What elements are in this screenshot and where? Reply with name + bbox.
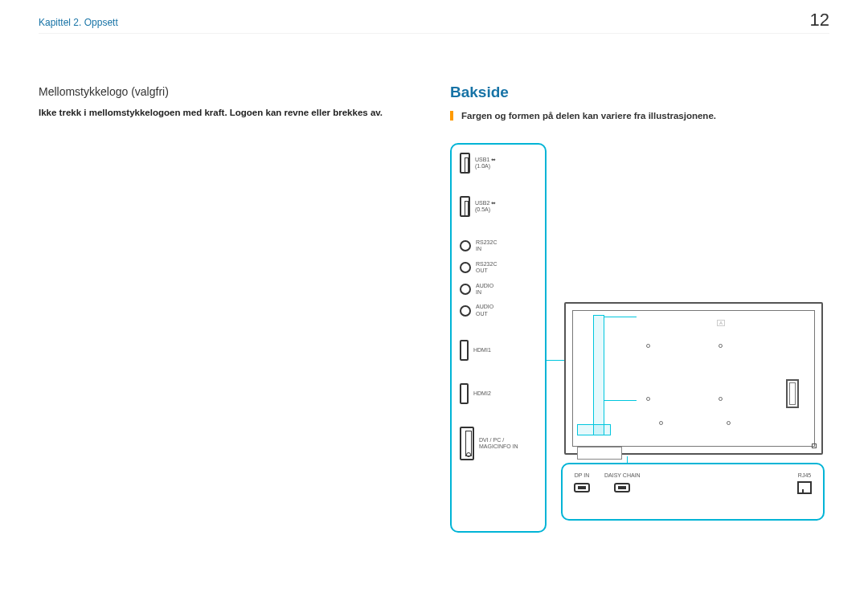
port-label: DP IN	[575, 472, 590, 478]
port-label: AUDIO	[476, 283, 493, 289]
highlight-vertical-ports	[593, 315, 604, 435]
device-label: A	[717, 320, 725, 326]
usb-port-icon	[460, 153, 470, 174]
port-panel-vertical: USB1 ⬌ (1.0A) USB2 ⬌ (0.5A) RS232C IN RS…	[450, 143, 547, 533]
port-sublabel: MAGICINFO IN	[479, 443, 518, 450]
callout-line	[547, 360, 564, 361]
port-audio-out: AUDIO OUT	[460, 304, 540, 317]
screw-icon	[719, 344, 723, 348]
displayport-icon	[614, 483, 630, 492]
port-label: RS232C	[476, 261, 497, 268]
left-column: Mellomstykkelogo (valgfri) Ikke trekk i …	[39, 85, 400, 117]
port-label: HDMI1	[473, 347, 491, 353]
spacer-logo-subtitle: Mellomstykkelogo (valgfri)	[39, 85, 400, 98]
hdmi-icon	[460, 383, 469, 404]
device-rear-illustration: A	[564, 302, 823, 455]
port-label: DVI / PC /	[479, 437, 518, 443]
port-sublabel: (1.0A)	[475, 163, 496, 170]
port-dvi: DVI / PC / MAGICINFO IN	[460, 427, 540, 460]
screw-icon	[719, 397, 723, 401]
port-usb2: USB2 ⬌ (0.5A)	[460, 196, 540, 217]
bottom-port-group-left: DP IN DAISY CHAIN	[574, 472, 641, 492]
rear-diagram: USB1 ⬌ (1.0A) USB2 ⬌ (0.5A) RS232C IN RS…	[450, 143, 836, 537]
spacer-logo-illustration	[577, 447, 622, 460]
port-daisy-chain: DAISY CHAIN	[604, 472, 641, 492]
port-hdmi1: HDMI1	[460, 340, 540, 361]
jack-icon	[460, 240, 471, 251]
displayport-icon	[574, 483, 590, 492]
port-sublabel: (0.5A)	[475, 206, 496, 213]
jack-icon	[460, 284, 471, 295]
callout-lead	[604, 400, 637, 401]
page-header: Kapittel 2. Oppsett 12	[39, 14, 829, 34]
port-rs232c-out: RS232C OUT	[460, 261, 540, 275]
rj45-icon	[797, 481, 812, 494]
port-dp-in: DP IN	[574, 472, 590, 492]
port-label: DAISY CHAIN	[604, 472, 641, 478]
port-label: USB2 ⬌	[475, 200, 496, 206]
screw-icon	[727, 421, 731, 425]
screw-icon	[646, 344, 650, 348]
callout-lead	[604, 317, 637, 317]
screw-icon	[646, 397, 650, 401]
dvi-icon	[460, 427, 474, 460]
usb-port-icon	[460, 196, 470, 217]
hdmi-icon	[460, 340, 469, 361]
screw-icon	[659, 421, 663, 425]
port-hdmi2: HDMI2	[460, 383, 540, 404]
jack-icon	[460, 262, 471, 273]
port-label: RS232C	[476, 239, 497, 246]
port-label: AUDIO	[476, 304, 493, 310]
port-label: USB1 ⬌	[475, 157, 496, 163]
port-sublabel: IN	[476, 289, 493, 296]
port-rj45: RJ45	[797, 472, 812, 494]
expansion-slot-icon	[786, 379, 799, 408]
port-usb1: USB1 ⬌ (1.0A)	[460, 153, 540, 174]
section-title-bakside: Bakside	[450, 84, 836, 101]
port-sublabel: OUT	[476, 268, 497, 274]
port-audio-in: AUDIO IN	[460, 283, 540, 296]
chapter-label: Kapittel 2. Oppsett	[39, 17, 118, 28]
jack-icon	[460, 305, 471, 317]
spacer-logo-warning: Ikke trekk i mellomstykkelogoen med kraf…	[39, 108, 400, 117]
port-panel-bottom: DP IN DAISY CHAIN RJ45	[561, 463, 825, 521]
port-rs232c-in: RS232C IN	[460, 239, 540, 253]
port-sublabel: OUT	[476, 311, 493, 317]
power-button-icon	[812, 443, 817, 448]
page-number: 12	[810, 10, 829, 31]
variation-note: Fargen og formen på delen kan variere fr…	[450, 111, 836, 121]
right-column: Bakside Fargen og formen på delen kan va…	[450, 84, 836, 121]
port-label: HDMI2	[473, 390, 491, 397]
highlight-bottom-ports	[577, 424, 611, 435]
port-label: RJ45	[798, 472, 811, 478]
port-sublabel: IN	[476, 246, 497, 252]
